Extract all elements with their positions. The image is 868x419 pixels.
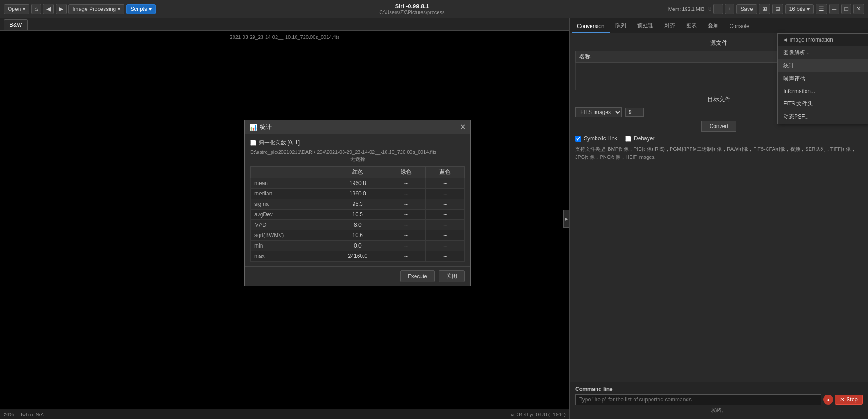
- tab-chart[interactable]: 图表: [681, 19, 702, 33]
- dialog-title: 统计: [260, 123, 272, 131]
- plus-button[interactable]: +: [725, 4, 735, 14]
- forward-button[interactable]: ▶: [56, 4, 67, 14]
- stats-row: sigma 95.3 -- --: [251, 199, 465, 210]
- zoom-level: 26%: [4, 412, 14, 417]
- stop-button[interactable]: ✕ Stop: [835, 395, 863, 405]
- stat-blue: --: [425, 230, 464, 241]
- tab-preprocess[interactable]: 预处理: [632, 19, 659, 33]
- image-processing-label: Image Processing: [72, 6, 116, 12]
- stat-green: --: [386, 220, 425, 230]
- dialog-close-button[interactable]: ✕: [460, 124, 466, 131]
- expand-panel-btn[interactable]: ▶: [563, 210, 569, 228]
- minus-button[interactable]: −: [713, 4, 723, 14]
- symbolic-link-checkbox[interactable]: [575, 136, 581, 142]
- window-close[interactable]: ✕: [853, 4, 864, 14]
- toolbar-right: Mem: 192.1 MiB 8 − + Save ⊞ ⊟ 16 bits ▾ …: [668, 4, 864, 14]
- stat-blue: --: [425, 178, 464, 189]
- image-tab-bw[interactable]: B&W: [4, 19, 28, 30]
- dialog-title-left: 📊 统计: [249, 123, 272, 131]
- symbolic-link-row: Symbolic Link Debayer: [575, 135, 863, 142]
- open-arrow[interactable]: ▾: [23, 6, 25, 12]
- record-button[interactable]: ●: [823, 395, 833, 405]
- menu-item-information[interactable]: Information...: [778, 86, 868, 97]
- stat-green: --: [386, 178, 425, 189]
- stop-x-icon: ✕: [840, 396, 844, 403]
- scripts-label: Scripts: [130, 6, 147, 12]
- stat-name: sigma: [251, 199, 329, 210]
- save-button[interactable]: Save: [736, 4, 757, 14]
- stats-row: mean 1960.8 -- --: [251, 178, 465, 189]
- stat-red: 10.6: [329, 230, 386, 241]
- bits-label: 16 bits: [789, 6, 805, 12]
- dialog-footer: Execute 关闭: [245, 266, 470, 286]
- window-maximize[interactable]: □: [841, 4, 851, 14]
- tab-console[interactable]: Console: [724, 20, 755, 33]
- stat-blue: --: [425, 210, 464, 220]
- stats-table: 红色 绿色 蓝色 mean 1960.8 -- -- median 1960.0…: [250, 166, 465, 262]
- stat-green: --: [386, 189, 425, 199]
- bits-button[interactable]: 16 bits ▾: [785, 4, 814, 14]
- tab-queue[interactable]: 队列: [610, 19, 632, 33]
- normalize-row: 归一化实数 [0, 1]: [250, 139, 465, 147]
- app-title: Siril-0.99.8.1: [157, 3, 667, 10]
- status-text: 就绪。: [575, 405, 863, 415]
- convert-button[interactable]: Convert: [701, 121, 736, 132]
- image-processing-arrow: ▾: [118, 6, 120, 12]
- menu-item-noise[interactable]: 噪声评估: [778, 72, 868, 86]
- menu-button[interactable]: ☰: [816, 4, 827, 14]
- back-button[interactable]: ◀: [43, 4, 54, 14]
- menu-item-dynamic-psf[interactable]: 动态PSF...: [778, 110, 868, 124]
- stat-blue: --: [425, 220, 464, 230]
- stats-row: avgDev 10.5 -- --: [251, 210, 465, 220]
- scripts-button[interactable]: Scripts ▾: [126, 4, 156, 14]
- menu-item-fits-header[interactable]: FITS 文件头...: [778, 97, 868, 110]
- command-input[interactable]: [575, 394, 821, 405]
- tab-stack[interactable]: 叠加: [702, 19, 724, 33]
- col-green: 绿色: [386, 167, 425, 178]
- fits-images-select[interactable]: FITS images: [575, 107, 622, 117]
- stat-name: max: [251, 251, 329, 262]
- image-processing-button[interactable]: Image Processing ▾: [68, 4, 124, 14]
- open-label: Open: [8, 6, 21, 12]
- layout-btn1[interactable]: ⊞: [759, 4, 770, 14]
- tab-conversion[interactable]: Conversion: [572, 20, 610, 33]
- open-button[interactable]: Open ▾: [4, 4, 29, 14]
- command-line-section: Command line ● ✕ Stop 就绪。: [570, 382, 868, 419]
- home-button[interactable]: ⌂: [31, 4, 41, 14]
- stat-name: min: [251, 241, 329, 251]
- stat-name: median: [251, 189, 329, 199]
- right-panel: Conversion 队列 预处理 对齐 图表 叠加 Console 源文件 名…: [569, 18, 868, 419]
- stat-name: mean: [251, 178, 329, 189]
- execute-button[interactable]: Execute: [400, 270, 435, 282]
- window-minimize[interactable]: ─: [829, 4, 839, 14]
- command-line-label: Command line: [575, 386, 863, 392]
- fits-count-input[interactable]: [625, 108, 644, 117]
- menu-item-image-parse[interactable]: 图像解析...: [778, 46, 868, 59]
- stat-red: 95.3: [329, 199, 386, 210]
- coords-value: xi: 3478 yi: 0878 (=1944): [511, 412, 566, 417]
- tab-align[interactable]: 对齐: [659, 19, 681, 33]
- stat-red: 10.5: [329, 210, 386, 220]
- menu-item-stats[interactable]: 统计...: [778, 59, 868, 72]
- col-stat: [251, 167, 329, 178]
- fwhm-value: fwhm: N/A: [21, 412, 44, 417]
- dialog-titlebar[interactable]: 📊 统计 ✕: [245, 120, 470, 134]
- title-center: Siril-0.99.8.1 C:\Users\ZX\Pictures\proc…: [157, 3, 667, 15]
- supported-files: 支持文件类型: BMP图像，PIC图像(IRIS)，PGM和PPM二进制图像，R…: [575, 145, 863, 161]
- debayer-label: Debayer: [634, 135, 654, 142]
- app-subtitle: C:\Users\ZX\Pictures\process: [157, 10, 667, 15]
- stats-row: median 1960.0 -- --: [251, 189, 465, 199]
- stats-row: max 24160.0 -- --: [251, 251, 465, 262]
- bits-arrow: ▾: [807, 6, 810, 12]
- close-button[interactable]: 关闭: [439, 270, 465, 282]
- layout-btn2[interactable]: ⊟: [772, 4, 783, 14]
- dropdown-header[interactable]: ◄ Image Information: [778, 34, 868, 46]
- stat-blue: --: [425, 241, 464, 251]
- stat-name: MAD: [251, 220, 329, 230]
- stat-green: --: [386, 241, 425, 251]
- stat-name: avgDev: [251, 210, 329, 220]
- normalize-checkbox[interactable]: [250, 140, 256, 146]
- stat-blue: --: [425, 251, 464, 262]
- debayer-checkbox[interactable]: [625, 136, 631, 142]
- stat-red: 1960.8: [329, 178, 386, 189]
